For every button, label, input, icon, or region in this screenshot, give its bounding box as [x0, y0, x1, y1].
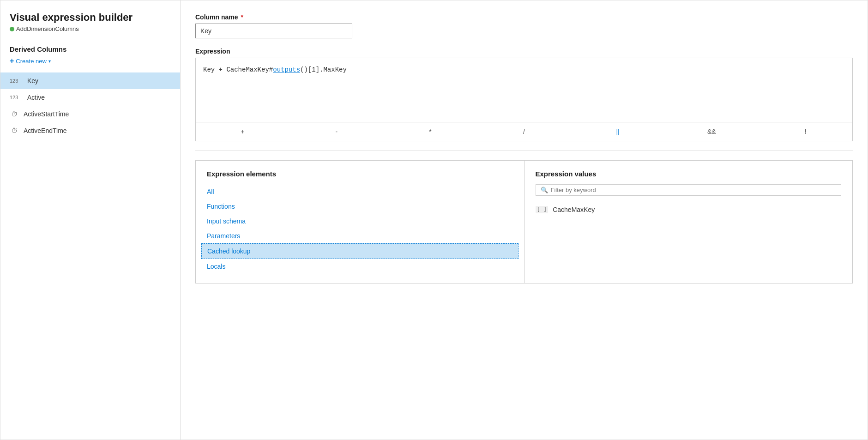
element-item-functions[interactable]: Functions	[207, 199, 513, 214]
main-container: Visual expression builder AddDimensionCo…	[0, 0, 868, 440]
operator-or[interactable]: ||	[571, 126, 665, 137]
create-new-label: Create new	[16, 58, 46, 65]
expression-elements-title: Expression elements	[207, 170, 513, 178]
required-star: *	[239, 13, 243, 21]
create-new-button[interactable]: + Create new ▾	[10, 57, 51, 65]
operator-plus[interactable]: +	[196, 126, 289, 137]
app-title: Visual expression builder	[10, 12, 171, 24]
expression-link-outputs[interactable]: outputs	[273, 66, 300, 73]
element-item-all[interactable]: All	[207, 184, 513, 199]
expression-values-panel: Expression values 🔍 [ ]CacheMaxKey	[524, 161, 853, 283]
operator-multiply[interactable]: *	[383, 126, 477, 137]
sidebar-item-label: ActiveStartTime	[24, 110, 69, 118]
element-item-locals[interactable]: Locals	[207, 259, 513, 274]
values-list: [ ]CacheMaxKey	[536, 202, 842, 217]
sidebar-item-activeEndTime[interactable]: ⏱ActiveEndTime	[0, 122, 180, 139]
sidebar-item-label: Active	[27, 94, 45, 101]
derived-columns-section: Derived Columns + Create new ▾	[0, 40, 180, 69]
item-type-badge: 123	[10, 78, 23, 84]
sidebar-items: 123Key123Active⏱ActiveStartTime⏱ActiveEn…	[0, 72, 180, 139]
expression-plain-2: ()[1].MaxKey	[300, 66, 347, 73]
derived-columns-label: Derived Columns	[10, 45, 171, 53]
sidebar-title-section: Visual expression builder AddDimensionCo…	[0, 12, 180, 40]
value-item-cachemaxkey: [ ]CacheMaxKey	[536, 202, 842, 217]
divider	[195, 151, 853, 151]
operator-divide[interactable]: /	[477, 126, 571, 137]
sidebar-item-label: Key	[27, 77, 38, 84]
expression-values-title: Expression values	[536, 170, 842, 178]
operator-bar: + - * / || && !	[195, 122, 853, 141]
clock-icon: ⏱	[10, 110, 19, 118]
array-icon: [ ]	[536, 206, 549, 213]
sidebar-item-active[interactable]: 123Active	[0, 89, 180, 106]
value-label: CacheMaxKey	[553, 206, 595, 213]
search-icon: 🔍	[541, 187, 548, 193]
filter-input[interactable]	[551, 187, 837, 193]
expression-box[interactable]: Key + CacheMaxKey#outputs()[1].MaxKey	[195, 58, 853, 122]
sidebar-item-label: ActiveEndTime	[24, 127, 67, 134]
operator-minus[interactable]: -	[289, 126, 383, 137]
app-subtitle-text: AddDimensionColumns	[16, 25, 79, 32]
app-subtitle: AddDimensionColumns	[10, 25, 171, 32]
expression-plain-1: Key + CacheMaxKey#	[203, 66, 273, 73]
sidebar-item-activeStartTime[interactable]: ⏱ActiveStartTime	[0, 106, 180, 122]
clock-icon: ⏱	[10, 127, 19, 134]
element-item-cached-lookup[interactable]: Cached lookup	[201, 243, 518, 259]
expression-section: Expression Key + CacheMaxKey#outputs()[1…	[195, 48, 853, 141]
element-item-parameters[interactable]: Parameters	[207, 229, 513, 243]
green-dot-icon	[10, 27, 14, 31]
element-item-input-schema[interactable]: Input schema	[207, 214, 513, 229]
plus-icon: +	[10, 57, 14, 65]
sidebar: Visual expression builder AddDimensionCo…	[0, 0, 181, 440]
operator-not[interactable]: !	[759, 126, 852, 137]
filter-input-wrap: 🔍	[536, 184, 842, 196]
operator-and[interactable]: &&	[665, 126, 759, 137]
item-type-badge: 123	[10, 95, 23, 100]
elements-list: AllFunctionsInput schemaParametersCached…	[207, 184, 513, 274]
expression-elements-panel: Expression elements AllFunctionsInput sc…	[196, 161, 524, 283]
column-name-label: Column name *	[195, 13, 853, 21]
column-name-section: Column name *	[195, 13, 853, 38]
main-content: Column name * Expression Key + CacheMaxK…	[181, 0, 868, 440]
bottom-panels: Expression elements AllFunctionsInput sc…	[195, 160, 853, 283]
expression-label: Expression	[195, 48, 853, 55]
sidebar-item-key[interactable]: 123Key	[0, 72, 180, 89]
column-name-input[interactable]	[195, 24, 352, 38]
chevron-down-icon: ▾	[48, 59, 51, 64]
